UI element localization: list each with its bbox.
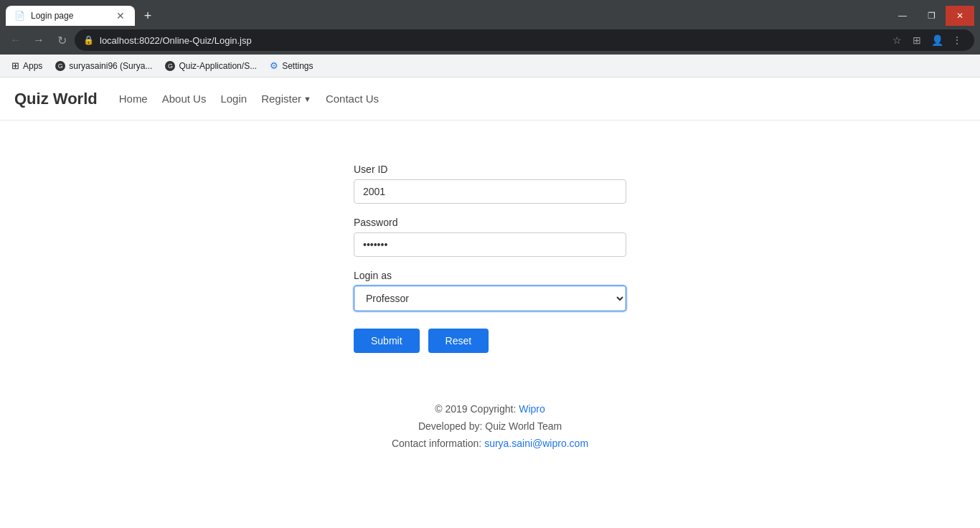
github-icon-2: G <box>165 61 175 71</box>
nav-links: Home About Us Login Register ▼ Contact U… <box>119 93 379 105</box>
password-input[interactable] <box>354 232 626 257</box>
back-button[interactable]: ← <box>6 30 26 50</box>
browser-chrome: 📄 Login page ✕ + — ❐ ✕ ← → ↻ 🔒 localhost… <box>0 0 980 77</box>
windows-icon-button[interactable]: ⊞ <box>908 32 925 49</box>
contact-email-link[interactable]: surya.saini@wipro.com <box>484 438 588 449</box>
bookmark-settings-label: Settings <box>282 61 313 71</box>
submit-button[interactable]: Submit <box>354 329 420 353</box>
maximize-button[interactable]: ❐ <box>917 6 946 26</box>
reload-button[interactable]: ↻ <box>52 30 72 50</box>
nav-contact[interactable]: Contact Us <box>326 93 379 105</box>
footer: © 2019 Copyright: Wipro Developed by: Qu… <box>0 382 980 469</box>
tab-title: Login page <box>31 11 109 21</box>
login-as-group: Login as Student Professor Admin <box>354 270 626 311</box>
apps-grid-icon: ⊞ <box>11 60 19 71</box>
password-group: Password <box>354 217 626 257</box>
address-text: localhost:8022/Online-Quiz/Login.jsp <box>100 35 252 46</box>
password-label: Password <box>354 217 626 228</box>
bookmark-quiz-app[interactable]: G Quiz-Application/S... <box>159 59 263 73</box>
profile-icon-button[interactable]: 👤 <box>928 32 946 49</box>
minimize-button[interactable]: — <box>888 6 917 26</box>
site-nav: Quiz World Home About Us Login Register … <box>0 77 980 121</box>
nav-register-label: Register <box>261 93 301 105</box>
login-as-select[interactable]: Student Professor Admin <box>354 286 626 311</box>
settings-gear-icon: ⚙ <box>270 60 278 71</box>
bookmark-star-button[interactable]: ☆ <box>888 32 905 49</box>
login-form: User ID Password Login as Student Profes… <box>354 164 626 353</box>
address-bar-row: ← → ↻ 🔒 localhost:8022/Online-Quiz/Login… <box>0 26 980 55</box>
tab-bar: 📄 Login page ✕ + — ❐ ✕ <box>0 0 980 26</box>
bookmark-apps-label: Apps <box>23 61 42 71</box>
nav-register[interactable]: Register ▼ <box>261 93 311 105</box>
active-tab[interactable]: 📄 Login page ✕ <box>6 6 135 26</box>
nav-login[interactable]: Login <box>220 93 247 105</box>
nav-about[interactable]: About Us <box>162 93 207 105</box>
user-id-label: User ID <box>354 164 626 175</box>
nav-home[interactable]: Home <box>119 93 148 105</box>
lock-icon: 🔒 <box>83 35 94 45</box>
bookmark-quiz-app-label: Quiz-Application/S... <box>179 61 257 71</box>
bookmark-apps[interactable]: ⊞ Apps <box>6 58 48 73</box>
bookmark-suryasaini-label: suryasaini96 (Surya... <box>69 61 152 71</box>
tab-page-icon: 📄 <box>14 11 25 21</box>
forward-button[interactable]: → <box>29 30 49 50</box>
window-controls: — ❐ ✕ <box>888 6 974 26</box>
button-row: Submit Reset <box>354 329 626 353</box>
address-bar[interactable]: 🔒 localhost:8022/Online-Quiz/Login.jsp ☆… <box>75 29 974 51</box>
close-button[interactable]: ✕ <box>946 6 974 26</box>
contact-prefix: Contact information: <box>392 438 484 449</box>
copyright-text: © 2019 Copyright: <box>435 403 519 415</box>
bookmark-suryasaini[interactable]: G suryasaini96 (Surya... <box>50 59 158 73</box>
login-section: User ID Password Login as Student Profes… <box>0 121 980 382</box>
menu-button[interactable]: ⋮ <box>948 32 966 49</box>
dropdown-arrow-icon: ▼ <box>303 95 311 103</box>
github-icon-1: G <box>55 61 65 71</box>
contact-line: Contact information: surya.saini@wipro.c… <box>14 438 966 449</box>
login-as-label: Login as <box>354 270 626 281</box>
wipro-link[interactable]: Wipro <box>519 403 545 415</box>
copyright-line: © 2019 Copyright: Wipro <box>14 403 966 415</box>
tab-close-button[interactable]: ✕ <box>115 10 126 22</box>
address-right-icons: ☆ ⊞ 👤 ⋮ <box>888 32 966 49</box>
new-tab-button[interactable]: + <box>138 6 158 26</box>
bookmark-settings[interactable]: ⚙ Settings <box>264 58 319 73</box>
user-id-group: User ID <box>354 164 626 204</box>
developed-line: Developed by: Quiz World Team <box>14 420 966 432</box>
reset-button[interactable]: Reset <box>428 329 489 353</box>
bookmarks-bar: ⊞ Apps G suryasaini96 (Surya... G Quiz-A… <box>0 55 980 77</box>
site-brand: Quiz World <box>14 90 98 108</box>
website: Quiz World Home About Us Login Register … <box>0 77 980 528</box>
user-id-input[interactable] <box>354 179 626 204</box>
